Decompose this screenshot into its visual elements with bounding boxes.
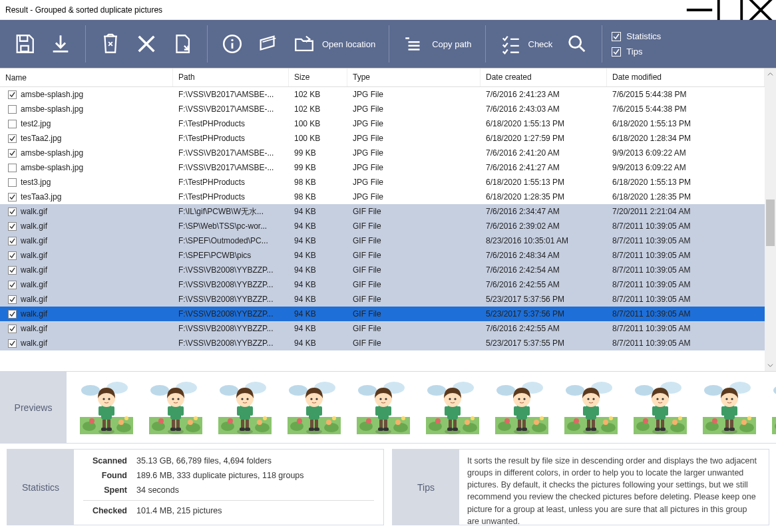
table-row[interactable]: walk.gifF:\VSS\VB2008\YYBZZP...94 KBGIF …: [0, 292, 765, 307]
cell-type: GIF File: [347, 307, 481, 321]
open-location-button[interactable]: Open location: [286, 26, 382, 62]
row-checkbox[interactable]: [8, 207, 17, 216]
col-modified[interactable]: Date modified: [607, 68, 765, 86]
row-checkbox[interactable]: [8, 134, 17, 143]
close-button[interactable]: [745, 0, 776, 20]
preview-thumb[interactable]: [492, 378, 551, 437]
preview-thumb[interactable]: [631, 378, 689, 437]
svg-rect-137: [516, 405, 527, 420]
preview-thumb[interactable]: [423, 378, 482, 437]
preview-thumb[interactable]: [354, 378, 413, 437]
svg-point-95: [401, 416, 405, 420]
preview-thumb[interactable]: [769, 378, 776, 437]
svg-point-36: [168, 429, 184, 434]
row-checkbox[interactable]: [8, 149, 17, 158]
svg-point-103: [379, 398, 381, 400]
row-checkbox[interactable]: [8, 90, 17, 99]
preview-thumb[interactable]: [77, 378, 136, 437]
maximize-button[interactable]: [715, 0, 745, 20]
row-checkbox[interactable]: [8, 251, 17, 260]
cell-created: 5/23/2017 5:37:55 PM: [481, 336, 607, 350]
svg-point-143: [518, 398, 520, 400]
row-checkbox[interactable]: [8, 120, 17, 128]
svg-rect-39: [176, 420, 180, 429]
svg-rect-57: [240, 405, 250, 420]
view-button[interactable]: [250, 26, 286, 62]
vertical-scrollbar[interactable]: [765, 68, 776, 371]
col-name[interactable]: Name: [0, 68, 173, 86]
table-row[interactable]: walk.gifF:\IL\gif\PCWB\W无水...94 KBGIF Fi…: [0, 204, 765, 219]
table-row[interactable]: walk.gifF:\SPEF\Outmoded\PC...94 KBGIF F…: [0, 233, 765, 248]
scroll-track[interactable]: [765, 80, 776, 360]
row-checkbox[interactable]: [8, 164, 17, 172]
svg-rect-25: [98, 406, 102, 416]
svg-rect-77: [309, 405, 319, 420]
svg-rect-21: [106, 428, 112, 431]
table-row[interactable]: tesTaa2.jpgF:\TestPHProducts100 KBJPG Fi…: [0, 131, 765, 146]
row-checkbox[interactable]: [8, 222, 17, 231]
scroll-thumb[interactable]: [766, 200, 775, 246]
preview-thumb[interactable]: [562, 378, 620, 437]
recycle-button[interactable]: [93, 26, 128, 62]
statistics-toggle-label: Statistics: [626, 31, 661, 41]
svg-rect-159: [592, 420, 595, 429]
scroll-down-button[interactable]: [765, 360, 776, 371]
row-checkbox[interactable]: [8, 325, 17, 333]
cell-name: test2.jpg: [21, 119, 51, 128]
table-row[interactable]: test3.jpgF:\TestPHProducts98 KBJPG File6…: [0, 175, 765, 190]
table-row[interactable]: amsbe-splash.jpgF:\VSS\VB2017\AMSBE-...1…: [0, 87, 765, 102]
check-button[interactable]: Check: [492, 26, 560, 62]
svg-point-12: [116, 423, 131, 432]
col-path[interactable]: Path: [173, 68, 289, 86]
info-button[interactable]: [214, 26, 250, 62]
svg-point-92: [393, 423, 408, 432]
table-row[interactable]: amsbe-splash.jpgF:\VSS\VB2017\AMSBE-...9…: [0, 146, 765, 160]
svg-rect-18: [102, 420, 106, 429]
row-checkbox[interactable]: [8, 295, 17, 304]
statistics-toggle[interactable]: Statistics: [612, 31, 661, 41]
preview-thumb[interactable]: [700, 378, 759, 437]
row-checkbox[interactable]: [8, 193, 17, 201]
row-checkbox[interactable]: [8, 310, 17, 319]
export-button[interactable]: [43, 26, 79, 62]
table-row[interactable]: amsbe-splash.jpgF:\VSS\VB2017\AMSBE-...1…: [0, 102, 765, 116]
table-row[interactable]: amsbe-splash.jpgF:\VSS\VB2017\AMSBE-...9…: [0, 160, 765, 175]
table-row[interactable]: walk.gifF:\VSS\VB2008\YYBZZP...94 KBGIF …: [0, 307, 765, 321]
row-checkbox[interactable]: [8, 178, 17, 187]
table-row[interactable]: walk.gifF:\VSS\VB2008\YYBZZP...94 KBGIF …: [0, 277, 765, 292]
delete-icon: [135, 33, 158, 55]
svg-point-32: [186, 423, 200, 432]
table-row[interactable]: walk.gifF:\VSS\VB2008\YYBZZP...94 KBGIF …: [0, 336, 765, 350]
move-button[interactable]: [164, 26, 200, 62]
scroll-up-button[interactable]: [765, 68, 776, 80]
row-checkbox[interactable]: [8, 281, 17, 289]
cell-type: GIF File: [347, 322, 481, 335]
row-checkbox[interactable]: [8, 105, 17, 114]
table-row[interactable]: walk.gifF:\SP\Web\TSS\pc-wor...94 KBGIF …: [0, 219, 765, 233]
copy-path-button[interactable]: Copy path: [396, 26, 478, 62]
preview-thumb[interactable]: [285, 378, 343, 437]
tips-toggle[interactable]: Tips: [612, 47, 661, 57]
save-button[interactable]: [7, 26, 43, 62]
table-row[interactable]: walk.gifF:\SPEF\PCWB\pics94 KBGIF File7/…: [0, 248, 765, 263]
cell-modified: 9/9/2013 6:09:22 AM: [607, 161, 765, 174]
col-size[interactable]: Size: [289, 68, 347, 86]
cell-size: 94 KB: [289, 322, 347, 335]
search-button[interactable]: [559, 26, 595, 62]
col-type[interactable]: Type: [347, 68, 481, 86]
delete-button[interactable]: [128, 26, 164, 62]
table-row[interactable]: tesTaa3.jpgF:\TestPHProducts98 KBJPG Fil…: [0, 190, 765, 204]
stat-scanned-key: Scanned: [83, 456, 127, 466]
table-row[interactable]: walk.gifF:\VSS\VB2008\YYBZZP...94 KBGIF …: [0, 321, 765, 336]
preview-thumb[interactable]: [146, 378, 205, 437]
col-created[interactable]: Date created: [481, 68, 607, 86]
cell-path: F:\VSS\VB2008\YYBZZP...: [173, 278, 289, 291]
preview-thumb[interactable]: [216, 378, 274, 437]
row-checkbox[interactable]: [8, 266, 17, 275]
table-row[interactable]: test2.jpgF:\TestPHProducts100 KBJPG File…: [0, 116, 765, 131]
table-row[interactable]: walk.gifF:\VSS\VB2008\YYBZZP...94 KBGIF …: [0, 263, 765, 277]
cell-type: JPG File: [347, 161, 481, 174]
row-checkbox[interactable]: [8, 237, 17, 245]
minimize-button[interactable]: [684, 0, 715, 20]
row-checkbox[interactable]: [8, 339, 17, 348]
